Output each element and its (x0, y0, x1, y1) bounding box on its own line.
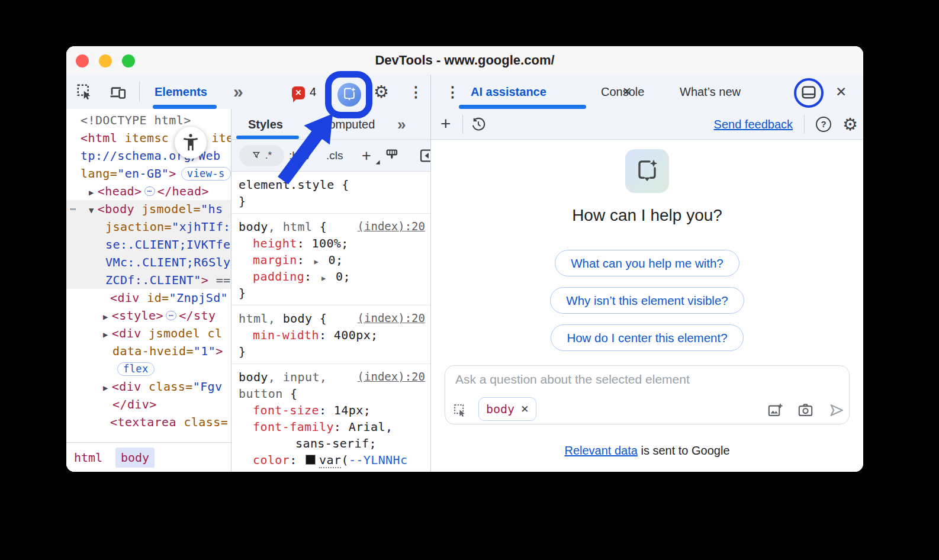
new-chat-button[interactable]: + (440, 109, 451, 140)
dom-tree-node[interactable]: </div> (66, 395, 231, 413)
dom-tree-node[interactable]: se:.CLIENT;IVKTfe (66, 236, 231, 253)
dom-tree-node[interactable]: flex (66, 360, 231, 378)
color-swatch[interactable] (306, 455, 316, 465)
dom-tree-node[interactable]: <textarea class= (66, 413, 231, 431)
toggle-class-button[interactable]: .cls (326, 140, 343, 172)
add-image-icon[interactable] (767, 403, 783, 421)
tab-elements[interactable]: Elements (155, 75, 207, 109)
device-toolbar-icon[interactable] (109, 83, 127, 104)
chip-remove-icon[interactable]: ✕ (520, 403, 529, 416)
tree-toggle-icon[interactable]: ▶ (103, 330, 112, 339)
inspect-element-icon[interactable] (76, 83, 94, 103)
style-rule[interactable]: (index):20body, html {height: 100%;margi… (231, 214, 430, 305)
css-text: font-family (253, 420, 334, 434)
screenshot-camera-icon[interactable] (797, 403, 813, 421)
css-text[interactable]: ▶ (319, 274, 329, 282)
style-rule[interactable]: (index):20body, input,button {font-size:… (231, 364, 430, 472)
ask-input[interactable]: Ask a question about the selected elemen… (445, 365, 850, 424)
dom-tree-node[interactable]: ▶<div jsmodel cl (66, 324, 231, 342)
dom-tree-node[interactable]: jsaction="xjhTIf: (66, 218, 231, 236)
dom-tree-node[interactable]: <!DOCTYPE html> (66, 111, 231, 129)
stylesheet-source-link[interactable]: (index):20 (358, 220, 425, 233)
styles-toolbar: .* :hov .cls + (231, 140, 430, 172)
error-count[interactable]: 4 (310, 75, 316, 109)
inline-badge[interactable]: flex (117, 362, 155, 376)
settings-gear-icon[interactable]: ⚙ (374, 75, 389, 109)
style-rule[interactable]: (index):20html, body {min-width: 400px;} (231, 305, 430, 364)
suggestion-button[interactable]: How do I center this element? (551, 324, 743, 351)
css-text: element.style { (239, 178, 349, 192)
filter-regex-label: .* (265, 150, 272, 162)
more-tabs-icon[interactable]: » (233, 75, 243, 109)
context-chip-body[interactable]: body ✕ (478, 397, 536, 421)
style-rule[interactable]: element.style {} (231, 172, 430, 214)
accessibility-person-icon (175, 127, 207, 159)
tab-ai-assistance[interactable]: AI assistance (471, 75, 546, 109)
close-devtools-icon[interactable]: ✕ (835, 75, 847, 109)
main-menu-dots-icon[interactable]: ⋮ (409, 75, 423, 109)
css-text: : 100%; (297, 236, 349, 250)
css-text[interactable]: ▶ (312, 258, 321, 266)
ai-settings-gear-icon[interactable]: ⚙ (842, 109, 858, 140)
suggestion-button[interactable]: Why isn’t this element visible? (550, 287, 744, 314)
rendering-brush-icon[interactable] (384, 147, 401, 166)
expand-node-button[interactable]: ⋯ (144, 186, 155, 196)
css-text: sans-serif; (295, 436, 377, 450)
dom-tree-node[interactable]: tp://schema.org/Web (66, 147, 231, 165)
dom-tree-node[interactable]: ▶<style>⋯</sty (66, 307, 231, 324)
drawer-menu-dots-icon[interactable]: ⋮ (445, 75, 460, 109)
stylesheet-source-link[interactable]: (index):20 (358, 311, 425, 324)
code-text: jsmodel cl (142, 326, 223, 340)
new-style-rule-button[interactable]: + (362, 140, 371, 172)
expand-node-button[interactable]: ⋯ (166, 311, 176, 320)
history-icon[interactable] (471, 117, 486, 134)
css-text: color (253, 453, 290, 467)
styles-tab-underline (236, 136, 299, 139)
tab-whats-new[interactable]: What’s new (680, 75, 741, 109)
code-text: <!DOCTYPE html> (81, 113, 191, 127)
style-filter-input[interactable]: .* (239, 145, 284, 166)
node-menu-icon[interactable]: ⋯ (70, 200, 76, 218)
relevant-data-link[interactable]: Relevant data (564, 444, 637, 457)
tree-toggle-icon[interactable]: ▶ (103, 383, 112, 392)
stylesheet-source-link[interactable]: (index):20 (358, 370, 425, 383)
tree-toggle-icon[interactable]: ▼ (89, 205, 98, 215)
tree-toggle-icon[interactable]: ▶ (89, 188, 98, 197)
dom-tree-node[interactable]: ▶<div class="Fgv (66, 378, 231, 395)
help-icon[interactable]: ? (816, 117, 831, 132)
suggestion-button[interactable]: What can you help me with? (555, 250, 739, 276)
main-toolbar: Elements » ✕ 4 ⚙ ⋮ ⋮ AI assistance ✕ Con… (66, 75, 863, 110)
send-icon[interactable] (828, 402, 845, 421)
window-title: DevTools - www.google.com/ (66, 46, 863, 75)
breadcrumb-html[interactable]: html (69, 448, 108, 468)
ai-assistance-panel: + Send feedback ? ⚙ How can I help you? … (430, 109, 863, 472)
code-text: <div (110, 291, 140, 305)
dom-tree-node[interactable]: VMc:.CLIENT;R6Sly (66, 253, 231, 271)
inline-badge[interactable]: view-s (181, 167, 231, 181)
tab-console[interactable]: Console (601, 75, 644, 109)
dom-tree-node[interactable]: lang="en-GB">view-s (66, 165, 231, 182)
dom-tree-node[interactable]: ▶<head>⋯</head> (66, 182, 231, 200)
dom-tree-node[interactable]: <div id="ZnpjSd" (66, 289, 231, 307)
css-text: : (304, 269, 319, 284)
select-element-icon[interactable] (453, 403, 468, 420)
suggestion-list: What can you help me with?Why isn’t this… (431, 250, 863, 362)
dom-tree-node[interactable]: ⋯▼<body jsmodel="hs (66, 200, 231, 218)
code-text: class= (142, 379, 193, 394)
toggle-hover-state-button[interactable]: :hov (289, 140, 310, 172)
code-text: ite (211, 131, 231, 145)
tree-toggle-icon[interactable]: ▶ (103, 312, 112, 321)
code-text: > (169, 166, 176, 181)
css-variable-link[interactable]: --YLNNHc (349, 453, 408, 467)
send-feedback-link[interactable]: Send feedback (714, 109, 793, 140)
panel-divider (430, 75, 431, 109)
dock-sidebar-icon[interactable] (419, 147, 430, 166)
styles-panel: Styles Computed » .* :hov .cls + element… (231, 109, 430, 472)
dom-tree-node[interactable]: ZCDf:.CLIENT"> == (66, 271, 231, 289)
breadcrumb-body[interactable]: body (115, 448, 155, 468)
css-text: margin (253, 253, 297, 267)
error-badge-icon[interactable]: ✕ (292, 86, 305, 99)
dom-tree-node[interactable]: data-hveid="1"> (66, 342, 231, 360)
code-text: <head> (98, 184, 142, 198)
more-style-tabs-icon[interactable]: » (397, 109, 406, 140)
